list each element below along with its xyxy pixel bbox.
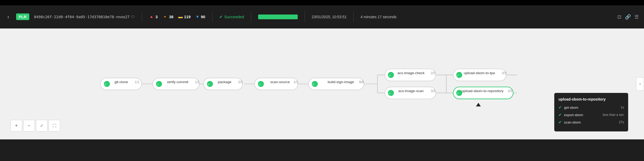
status-text: Succeeded bbox=[224, 15, 244, 19]
svg-text:✓: ✓ bbox=[207, 83, 210, 86]
list-icon[interactable]: ☰ bbox=[634, 14, 639, 20]
progress-bar bbox=[258, 15, 298, 19]
critical-value: 3 bbox=[155, 15, 158, 19]
plr-badge: PLR bbox=[16, 13, 29, 20]
metric-medium: ▬ 119 bbox=[178, 14, 191, 20]
svg-text:8/8: 8/8 bbox=[359, 80, 364, 84]
svg-text:3/3: 3/3 bbox=[431, 89, 435, 93]
svg-text:✓: ✓ bbox=[389, 92, 391, 95]
svg-text:✓: ✓ bbox=[258, 83, 261, 86]
pipeline-area: ✓ git-clone 1/1 ✓ verify-commit 1/1 ✓ pa… bbox=[0, 29, 644, 139]
expand-button[interactable]: ⤢ bbox=[36, 120, 48, 131]
zoom-in-button[interactable]: + bbox=[11, 120, 22, 131]
svg-text:✓: ✓ bbox=[104, 83, 107, 86]
node-build-sign-image[interactable]: ✓ build-sign-image 8/8 bbox=[309, 78, 364, 90]
low-icon: ▼ bbox=[195, 15, 200, 19]
zoom-out-button[interactable]: − bbox=[23, 120, 35, 131]
svg-text:✓: ✓ bbox=[312, 83, 315, 86]
svg-text:upload-sbom-to-tpa: upload-sbom-to-tpa bbox=[464, 71, 495, 75]
node-scan-source[interactable]: ✓ scan-source 1/1 bbox=[255, 78, 298, 90]
node-upload-sbom-to-tpa[interactable]: ✓ upload-sbom-to-tpa 3/3 bbox=[453, 69, 506, 81]
medium-icon: ▬ bbox=[178, 14, 183, 20]
svg-text:3/3: 3/3 bbox=[508, 89, 512, 93]
header: ‹ PLR 8498c26f-22d9-4f04-9a05-17d370810e… bbox=[0, 5, 644, 29]
node-upload-sbom-to-repository[interactable]: ✓ upload-sbom-to-repository 3/3 bbox=[453, 87, 513, 99]
step-2-duration: less than a sec bbox=[603, 113, 624, 117]
pipeline-svg: ✓ git-clone 1/1 ✓ verify-commit 1/1 ✓ pa… bbox=[0, 29, 644, 139]
svg-text:✓: ✓ bbox=[457, 92, 459, 95]
top-bar bbox=[0, 0, 644, 5]
tooltip-step-2: ✔ export-sbom less than a sec bbox=[558, 112, 624, 117]
fullscreen-button[interactable]: ⛶ bbox=[49, 120, 60, 131]
chevron-back-button[interactable]: ‹ bbox=[5, 13, 11, 21]
tooltip-arrow bbox=[476, 103, 481, 107]
header-actions: ⊡ 🔗 ☰ bbox=[617, 14, 639, 20]
step-2-check-icon: ✔ bbox=[558, 112, 562, 117]
high-value: 38 bbox=[169, 15, 173, 19]
node-acs-image-check[interactable]: ✓ acs-image-check 2/2 bbox=[385, 69, 436, 81]
svg-text:1/1: 1/1 bbox=[135, 80, 139, 84]
header-divider-3 bbox=[251, 12, 251, 22]
medium-value: 119 bbox=[184, 15, 191, 19]
svg-text:✓: ✓ bbox=[389, 74, 391, 77]
camera-icon[interactable]: ⊡ bbox=[617, 14, 621, 20]
tooltip-title: upload-sbom-to-repository bbox=[558, 97, 624, 101]
step-1-duration: 1s bbox=[621, 106, 624, 109]
metrics-group: 🔺 3 🔸 38 ▬ 119 ▼ 90 bbox=[149, 14, 205, 20]
duration: 4 minutes 17 seconds bbox=[361, 15, 396, 19]
node-verify-commit[interactable]: ✓ verify-commit 1/1 bbox=[153, 78, 200, 90]
header-divider-1 bbox=[142, 12, 142, 22]
right-chevron-button[interactable]: › bbox=[636, 77, 644, 91]
svg-text:verify-commit: verify-commit bbox=[167, 80, 188, 84]
step-1-check-icon: ✔ bbox=[558, 105, 562, 110]
tooltip-panel: upload-sbom-to-repository ✔ get-sbom 1s … bbox=[554, 93, 628, 131]
header-divider-4 bbox=[305, 12, 305, 22]
header-divider-5 bbox=[353, 12, 354, 22]
svg-text:acs-image-check: acs-image-check bbox=[397, 71, 425, 75]
svg-text:upload-sbom-to-repository: upload-sbom-to-repository bbox=[462, 89, 504, 93]
step-3-duration: 27s bbox=[619, 120, 624, 124]
step-3-check-icon: ✔ bbox=[558, 120, 562, 125]
step-3-name: scan-sbom bbox=[564, 120, 581, 124]
svg-text:1/1: 1/1 bbox=[195, 80, 200, 84]
svg-text:1/1: 1/1 bbox=[293, 80, 298, 84]
svg-text:scan-source: scan-source bbox=[270, 80, 290, 84]
timestamp: 23/01/2025, 10:53:51 bbox=[312, 15, 347, 19]
low-value: 90 bbox=[201, 15, 205, 19]
step-1-name: get-sbom bbox=[564, 106, 578, 110]
svg-text:git-clone: git-clone bbox=[115, 80, 128, 84]
metric-high: 🔸 38 bbox=[162, 14, 173, 19]
shield-icon: 🛡 bbox=[131, 15, 135, 19]
node-package[interactable]: ✓ package 2/2 bbox=[204, 78, 243, 90]
svg-text:✓: ✓ bbox=[157, 83, 159, 86]
pipeline-id: 8498c26f-22d9-4f04-9a05-17d370810e78-nno… bbox=[34, 15, 135, 19]
svg-text:2/2: 2/2 bbox=[238, 80, 243, 84]
svg-text:acs-image-scan: acs-image-scan bbox=[398, 89, 424, 93]
bottom-strip bbox=[0, 139, 644, 161]
metric-low: ▼ 90 bbox=[195, 15, 205, 19]
status-badge: ✔ Succeeded bbox=[219, 15, 244, 19]
critical-icon: 🔺 bbox=[149, 14, 154, 19]
link-icon[interactable]: 🔗 bbox=[625, 14, 631, 20]
node-git-clone[interactable]: ✓ git-clone 1/1 bbox=[100, 78, 142, 90]
svg-text:2/2: 2/2 bbox=[431, 71, 435, 75]
svg-text:package: package bbox=[218, 80, 231, 84]
tooltip-step-3: ✔ scan-sbom 27s bbox=[558, 120, 624, 125]
node-acs-image-scan[interactable]: ✓ acs-image-scan 3/3 bbox=[385, 87, 436, 99]
tooltip-step-1: ✔ get-sbom 1s bbox=[558, 105, 624, 110]
svg-text:3/3: 3/3 bbox=[502, 71, 506, 75]
status-check-icon: ✔ bbox=[219, 15, 223, 19]
svg-text:build-sign-image: build-sign-image bbox=[328, 80, 354, 84]
step-2-name: export-sbom bbox=[564, 113, 583, 117]
high-icon: 🔸 bbox=[162, 14, 168, 19]
svg-text:✓: ✓ bbox=[457, 74, 459, 77]
zoom-controls: + − ⤢ ⛶ bbox=[11, 120, 60, 131]
header-divider-2 bbox=[212, 12, 212, 22]
metric-critical: 🔺 3 bbox=[149, 14, 158, 19]
